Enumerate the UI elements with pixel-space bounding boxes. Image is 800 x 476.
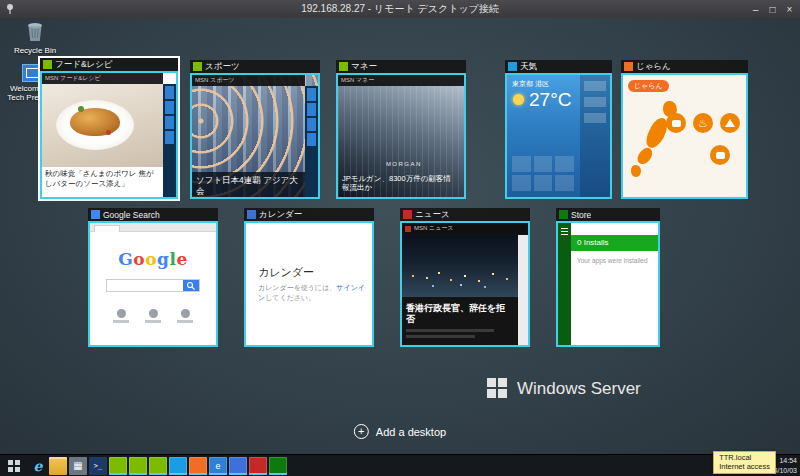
thumbnail-label: カレンダー xyxy=(259,209,302,221)
thumbnail-title-bar: じゃらん xyxy=(621,60,748,73)
pin-icon[interactable] xyxy=(5,3,15,17)
windows-logo-icon xyxy=(487,378,508,399)
close-button[interactable]: × xyxy=(781,2,798,17)
food-photo xyxy=(42,84,163,167)
minimize-button[interactable]: – xyxy=(747,2,764,17)
taskbar-item-start[interactable] xyxy=(1,457,27,475)
calendar-app-preview[interactable]: カレンダー カレンダーを使うには、サインインしてください。 xyxy=(244,221,374,347)
money-app-icon xyxy=(339,62,348,71)
taskbar-item-google-ie[interactable]: e xyxy=(209,457,227,475)
taskbar[interactable]: e▦>_e ▴ 14:54 2014/10/03 xyxy=(0,454,800,476)
taskbar-item-internet-explorer[interactable]: e xyxy=(29,457,47,475)
taskbar-item-jalan-app[interactable] xyxy=(189,457,207,475)
footer-link[interactable] xyxy=(113,309,129,323)
taskbar-item-news-app[interactable] xyxy=(249,457,267,475)
building-sign: MORGAN xyxy=(386,161,422,167)
thumbnail-label: Google Search xyxy=(103,210,160,220)
rdp-title: 192.168.28.27 - リモート デスクトップ接続 xyxy=(301,2,499,16)
thumbnail-store[interactable]: Store 0 Installs Your apps were installe… xyxy=(556,208,660,347)
news-text-line xyxy=(406,335,475,338)
thumbnail-title-bar: ニュース xyxy=(400,208,530,221)
sports-app-preview[interactable]: MSN スポーツ ソフト日本4連覇 アジア大会 xyxy=(190,73,320,199)
store-installs-banner: 0 Installs xyxy=(571,235,658,251)
weather-forecast-tiles xyxy=(512,156,574,191)
sports-app-header: MSN スポーツ xyxy=(192,75,305,86)
thumbnail-jalan[interactable]: じゃらん じゃらん ♨ xyxy=(621,60,748,199)
google-app-icon xyxy=(91,210,100,219)
snapped-tiles xyxy=(163,84,176,197)
taskbar-item-food-app[interactable] xyxy=(109,457,127,475)
google-search-box[interactable] xyxy=(106,279,200,292)
taskbar-item-weather-app[interactable] xyxy=(169,457,187,475)
hamburger-icon[interactable] xyxy=(561,228,568,229)
search-button[interactable] xyxy=(183,280,199,291)
store-app-preview[interactable]: 0 Installs Your apps were installed xyxy=(556,221,660,347)
jalan-app-icon xyxy=(624,62,633,71)
taskbar-item-money-app[interactable] xyxy=(149,457,167,475)
thumbnail-sports[interactable]: スポーツ MSN スポーツ ソフト日本4連覇 アジア大会 xyxy=(190,60,320,199)
jalan-app-preview[interactable]: じゃらん ♨ xyxy=(621,73,748,199)
add-desktop-button[interactable]: + Add a desktop xyxy=(354,424,446,439)
tooltip-network-status: Internet access xyxy=(719,462,770,472)
footer-link[interactable] xyxy=(145,309,161,323)
taskbar-item-powershell[interactable]: >_ xyxy=(89,457,107,475)
thumbnail-title-bar: 天気 xyxy=(505,60,612,73)
store-app-icon xyxy=(559,210,568,219)
thumbnail-label: じゃらん xyxy=(636,61,671,73)
footer-link[interactable] xyxy=(177,309,193,323)
onsen-icon: ♨ xyxy=(693,113,713,133)
thumbnail-title-bar: マネー xyxy=(336,60,466,73)
food-app-preview[interactable]: MSN フード&レシピ 秋の味覚「さんまのポワレ 焦がしバターのソース添え」 xyxy=(40,71,178,199)
weather-app-preview[interactable]: 東京都 港区 27°C xyxy=(505,73,612,199)
taskbar-item-server-manager[interactable]: ▦ xyxy=(69,457,87,475)
browser-chrome xyxy=(90,223,216,232)
food-category-icon xyxy=(720,113,740,133)
taskbar-item-store-app[interactable] xyxy=(269,457,287,475)
money-app-preview[interactable]: MSN マネー MORGAN JPモルガン、8300万件の顧客情報流出か xyxy=(336,73,466,199)
thumbnail-title-bar: Store xyxy=(556,208,660,221)
desktop-icon-recycle-bin[interactable]: Recycle Bin xyxy=(6,22,64,55)
food-app-icon xyxy=(43,60,52,69)
desktop-icon-label: Recycle Bin xyxy=(14,46,56,55)
sun-icon xyxy=(513,94,524,105)
thumbnail-label: ニュース xyxy=(415,209,450,221)
news-side-panel xyxy=(518,235,528,345)
message-text: カレンダーを使うには、 xyxy=(258,284,336,291)
store-message: Your apps were installed xyxy=(577,257,648,264)
thumbnail-money[interactable]: マネー MSN マネー MORGAN JPモルガン、8300万件の顧客情報流出か xyxy=(336,60,466,199)
google-logo: Google xyxy=(90,249,216,269)
thumbnail-title-bar: カレンダー xyxy=(244,208,374,221)
taskbar-item-sports-app[interactable] xyxy=(129,457,147,475)
thumbnail-google-search[interactable]: Google Search Google xyxy=(88,208,218,347)
news-app-title: MSN ニュース xyxy=(414,223,453,234)
news-app-icon xyxy=(403,210,412,219)
thumbnail-news[interactable]: ニュース MSN ニュース 香港行政長官、辞任を拒否 xyxy=(400,208,530,347)
search-input[interactable] xyxy=(107,280,183,291)
news-app-preview[interactable]: MSN ニュース 香港行政長官、辞任を拒否 xyxy=(400,221,530,347)
restore-button[interactable]: □ xyxy=(764,2,781,17)
weather-temperature: 27°C xyxy=(529,89,571,111)
weather-app-icon xyxy=(508,62,517,71)
thumbnail-weather[interactable]: 天気 東京都 港区 27°C xyxy=(505,60,612,199)
window-controls: – □ × xyxy=(747,0,798,18)
thumbnail-calendar[interactable]: カレンダー カレンダー カレンダーを使うには、サインインしてください。 xyxy=(244,208,374,347)
food-app-header: MSN フード&レシピ xyxy=(42,73,163,84)
sightseeing-icon xyxy=(710,145,730,165)
thumbnail-label: Store xyxy=(571,210,591,220)
network-status-tooltip: TTR.local Internet access xyxy=(713,451,776,475)
google-page-preview[interactable]: Google xyxy=(88,221,218,347)
remote-desktop-screen: 192.168.28.27 - リモート デスクトップ接続 – □ × Recy… xyxy=(0,0,800,476)
welcome-tile-icon xyxy=(22,64,40,82)
calendar-app-icon xyxy=(247,210,256,219)
watermark-text: Windows Server xyxy=(517,379,641,399)
money-app-header: MSN マネー xyxy=(338,75,464,86)
rdp-connection-bar[interactable]: 192.168.28.27 - リモート デスクトップ接続 – □ × xyxy=(0,0,800,18)
snapped-tiles xyxy=(305,86,318,197)
thumbnail-label: スポーツ xyxy=(205,61,240,73)
taskbar-item-calendar-app[interactable] xyxy=(229,457,247,475)
thumbnail-food-recipes[interactable]: フード&レシピ MSN フード&レシピ 秋の味覚「さんまのポワレ 焦がしバターの… xyxy=(40,58,178,199)
plus-icon: + xyxy=(354,424,369,439)
taskbar-item-file-explorer[interactable] xyxy=(49,457,67,475)
jalan-category-icons: ♨ xyxy=(666,113,740,133)
desktop[interactable]: Recycle Bin Welcome to Tech Preview フード&… xyxy=(0,18,800,454)
